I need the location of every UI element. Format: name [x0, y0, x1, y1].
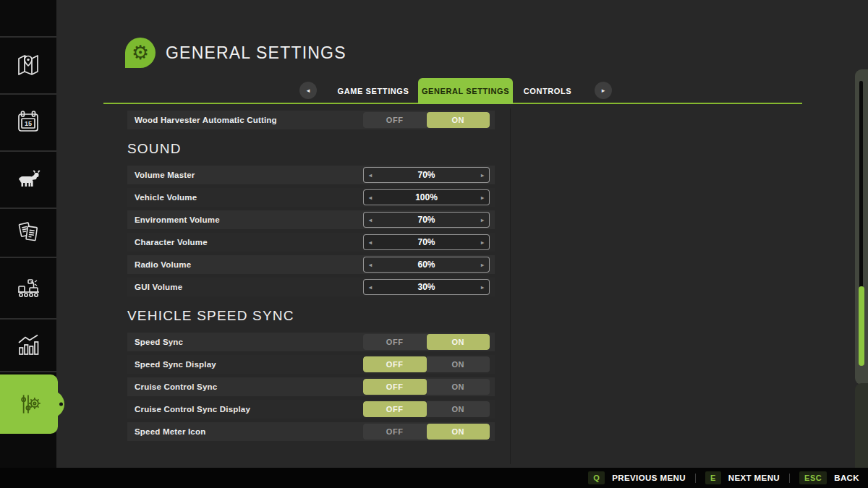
toggle: OFFON	[363, 401, 490, 417]
stepper-increase-icon[interactable]: ▸	[481, 194, 484, 201]
stepper-value: 60%	[417, 260, 435, 270]
toggle-off-option[interactable]: OFF	[363, 379, 427, 395]
toggle: OFFON	[363, 356, 490, 372]
footer-divider	[789, 474, 790, 483]
settings-row: Radio Volume◂60%▸	[127, 255, 495, 274]
toggle-control: OFFON	[363, 334, 490, 350]
sidebar-item-map[interactable]	[0, 38, 56, 93]
stepper-value: 30%	[417, 282, 435, 292]
slider-control: ◂60%▸	[363, 257, 490, 273]
value-stepper[interactable]: ◂60%▸	[363, 257, 490, 273]
stepper-decrease-icon[interactable]: ◂	[369, 172, 372, 179]
toggle-control: OFFON	[363, 379, 490, 395]
setting-label: GUI Volume	[135, 283, 182, 291]
sidebar-item-calendar[interactable]: 15	[0, 94, 56, 150]
toggle-control: OFFON	[363, 112, 490, 128]
tab-next-button[interactable]: ▸	[595, 82, 612, 99]
slider-control: ◂100%▸	[363, 189, 490, 205]
chevron-left-icon: ◂	[307, 87, 310, 94]
toggle: OFFON	[363, 379, 490, 395]
settings-row: Cruise Control SyncOFFON	[127, 377, 495, 396]
scrollbar-thumb[interactable]	[859, 286, 864, 366]
stepper-increase-icon[interactable]: ▸	[481, 172, 484, 179]
stepper-decrease-icon[interactable]: ◂	[369, 217, 372, 223]
toggle-on-option[interactable]: ON	[427, 379, 490, 395]
setting-label: Character Volume	[135, 238, 208, 247]
stepper-decrease-icon[interactable]: ◂	[369, 262, 372, 268]
slider-control: ◂70%▸	[363, 212, 490, 228]
key-esc[interactable]: ESC	[799, 471, 827, 484]
chevron-right-icon: ▸	[602, 87, 605, 94]
setting-label: Cruise Control Sync	[135, 382, 217, 391]
settings-row: Speed Sync DisplayOFFON	[127, 355, 495, 374]
footer-divider	[695, 474, 696, 483]
setting-label: Volume Master	[135, 171, 195, 179]
settings-sliders-icon	[14, 389, 44, 419]
stepper-increase-icon[interactable]: ▸	[481, 262, 484, 268]
settings-row: Speed Meter IconOFFON	[127, 422, 495, 441]
toggle-on-option[interactable]: ON	[427, 356, 490, 372]
setting-label: Vehicle Volume	[135, 193, 197, 202]
toggle-off-option[interactable]: OFF	[363, 112, 427, 128]
toggle-off-option[interactable]: OFF	[363, 424, 427, 440]
toggle-control: OFFON	[363, 356, 490, 372]
previous-menu-label: PREVIOUS MENU	[612, 474, 686, 482]
tab-game-settings[interactable]: GAME SETTINGS	[331, 78, 415, 104]
back-label: BACK	[834, 474, 859, 482]
value-stepper[interactable]: ◂100%▸	[363, 189, 490, 205]
page-title: GENERAL SETTINGS	[166, 43, 346, 63]
settings-row: Speed SyncOFFON	[127, 333, 495, 351]
svg-text:15: 15	[25, 120, 32, 127]
toggle-on-option[interactable]: ON	[427, 424, 490, 440]
setting-label: Cruise Control Sync Display	[135, 405, 250, 414]
value-stepper[interactable]: ◂30%▸	[363, 279, 490, 295]
sidebar-divider	[0, 371, 56, 372]
stepper-decrease-icon[interactable]: ◂	[369, 284, 372, 291]
tab-general-settings[interactable]: GENERAL SETTINGS	[418, 78, 513, 104]
sidebar-item-animals[interactable]	[0, 151, 56, 207]
toggle-on-option[interactable]: ON	[427, 112, 490, 128]
map-icon	[14, 51, 43, 80]
stepper-decrease-icon[interactable]: ◂	[369, 194, 372, 201]
key-q[interactable]: Q	[588, 471, 605, 484]
slider-control: ◂70%▸	[363, 234, 490, 250]
toggle: OFFON	[363, 424, 490, 440]
documents-icon	[14, 218, 43, 247]
settings-row: Character Volume◂70%▸	[127, 233, 495, 252]
calendar-icon: 15	[14, 108, 43, 137]
stepper-increase-icon[interactable]: ▸	[481, 284, 484, 291]
toggle-off-option[interactable]: OFF	[363, 356, 427, 372]
toggle-off-option[interactable]: OFF	[363, 401, 427, 417]
value-stepper[interactable]: ◂70%▸	[363, 234, 490, 250]
sidebar: 15	[0, 0, 56, 470]
toggle: OFFON	[363, 112, 490, 128]
scrollbar-groove	[859, 81, 863, 289]
statistics-icon	[14, 330, 43, 359]
setting-label: Speed Sync	[135, 338, 183, 346]
stepper-decrease-icon[interactable]: ◂	[369, 239, 372, 246]
tab-prev-button[interactable]: ◂	[299, 82, 317, 99]
sidebar-item-production[interactable]	[0, 257, 56, 317]
value-stepper[interactable]: ◂70%▸	[363, 212, 490, 228]
stepper-value: 100%	[415, 192, 438, 202]
settings-row: Wood Harvester Automatic CuttingOFFON	[127, 111, 495, 129]
sidebar-item-general-settings[interactable]	[0, 374, 58, 434]
stepper-value: 70%	[417, 215, 435, 225]
stepper-increase-icon[interactable]: ▸	[481, 239, 484, 246]
cow-icon	[14, 165, 43, 194]
tab-controls[interactable]: CONTROLS	[513, 78, 582, 104]
sidebar-active-dot	[59, 403, 63, 406]
toggle-on-option[interactable]: ON	[427, 334, 490, 350]
toggle-off-option[interactable]: OFF	[363, 334, 427, 350]
setting-label: Radio Volume	[135, 260, 191, 269]
value-stepper[interactable]: ◂70%▸	[363, 167, 490, 183]
stepper-increase-icon[interactable]: ▸	[481, 217, 484, 223]
settings-row: Cruise Control Sync DisplayOFFON	[127, 400, 495, 419]
sidebar-item-contracts[interactable]	[0, 208, 56, 256]
content-column-divider	[510, 108, 511, 464]
gear-glyph: ⚙	[132, 43, 149, 63]
toggle-on-option[interactable]: ON	[427, 401, 490, 417]
sidebar-item-statistics[interactable]	[0, 319, 56, 370]
key-e[interactable]: E	[705, 471, 721, 484]
page-header: ⚙ GENERAL SETTINGS	[125, 38, 346, 68]
